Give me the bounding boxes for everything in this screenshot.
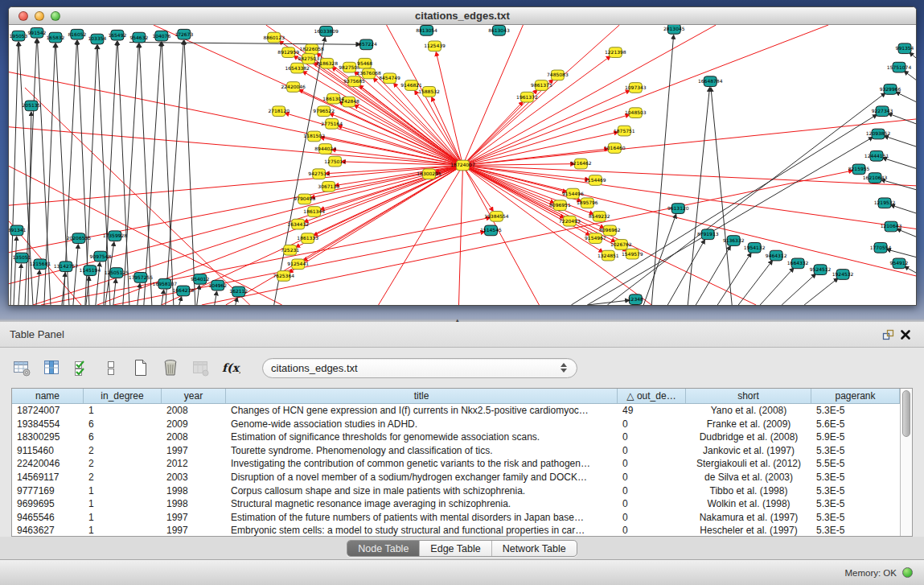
graph-node[interactable]: 12348 bbox=[628, 295, 643, 305]
graph-node[interactable]: 12444151 bbox=[864, 150, 889, 161]
table-row[interactable]: 969969511998Structural magnetic resonanc… bbox=[12, 497, 900, 511]
table-selector-dropdown[interactable]: citations_edges.txt bbox=[262, 358, 577, 378]
graph-node[interactable]: 16210643 bbox=[863, 173, 888, 183]
graph-node[interactable]: 8549232 bbox=[589, 212, 610, 222]
graph-node[interactable]: 9216462 bbox=[570, 159, 592, 169]
graph-node[interactable]: 1048503 bbox=[625, 108, 647, 118]
graph-node[interactable]: 104962 bbox=[208, 280, 227, 290]
graph-node[interactable]: 1275012 bbox=[324, 156, 346, 167]
table-row[interactable]: 911546021997Tourette syndrome. Phenomeno… bbox=[12, 444, 900, 458]
unselect-all-button[interactable] bbox=[101, 357, 121, 378]
table-row[interactable]: 2242004622012Investigating the contribut… bbox=[12, 457, 900, 471]
graph-node[interactable]: 725231 bbox=[281, 245, 299, 255]
float-panel-button[interactable] bbox=[879, 327, 897, 343]
graph-node[interactable]: 2813045 bbox=[663, 25, 685, 34]
graph-node[interactable]: 8096951 bbox=[549, 200, 571, 211]
function-builder-button[interactable]: f(x) bbox=[220, 357, 240, 378]
graph-node[interactable]: 1514545 bbox=[480, 225, 502, 236]
close-panel-button[interactable] bbox=[897, 327, 914, 343]
graph-node[interactable]: 95468 bbox=[357, 58, 372, 68]
table-row[interactable]: 1830029562008Estimation of significance … bbox=[12, 431, 900, 444]
tab-edge-table[interactable]: Edge Table bbox=[420, 541, 491, 556]
graph-node[interactable]: 1588532 bbox=[418, 87, 440, 97]
select-column-button[interactable] bbox=[41, 357, 62, 378]
select-all-button[interactable] bbox=[71, 357, 92, 378]
table-settings-button[interactable] bbox=[11, 357, 32, 378]
column-header-short[interactable]: short bbox=[686, 389, 811, 403]
column-header-name[interactable]: name bbox=[12, 389, 84, 403]
graph-node[interactable]: 1125439 bbox=[424, 41, 446, 51]
graph-node[interactable]: 1221398 bbox=[605, 47, 626, 58]
graph-node[interactable]: 15751074 bbox=[887, 62, 912, 72]
graph-node[interactable]: 16543382 bbox=[285, 63, 310, 73]
graph-node[interactable]: 991354 bbox=[896, 43, 914, 54]
graph-node[interactable]: 954632 bbox=[129, 32, 148, 43]
graph-node[interactable]: 8613043 bbox=[488, 25, 510, 35]
graph-node[interactable]: 1145194 bbox=[80, 266, 101, 276]
graph-node[interactable]: 816052 bbox=[68, 29, 87, 39]
graph-node[interactable]: 991542 bbox=[28, 27, 47, 38]
graph-node[interactable]: 7485083 bbox=[547, 70, 569, 80]
graph-node[interactable]: 17957255 bbox=[129, 273, 154, 283]
graph-node[interactable]: 1895796 bbox=[577, 198, 598, 208]
graph-node[interactable]: 20206535 bbox=[67, 233, 92, 244]
graph-node[interactable]: 1215681 bbox=[30, 259, 51, 270]
graph-node[interactable]: 391341 bbox=[9, 225, 27, 236]
graph-node[interactable]: 2718120 bbox=[268, 106, 290, 117]
graph-node[interactable]: 7625364 bbox=[273, 271, 294, 282]
graph-node[interactable]: 1154469 bbox=[585, 175, 606, 186]
graph-node[interactable]: 2775164 bbox=[321, 118, 343, 129]
graph-node[interactable]: 135051 bbox=[13, 253, 31, 263]
graph-node[interactable]: 103354 bbox=[88, 34, 106, 44]
graph-node[interactable]: 205135 bbox=[23, 101, 41, 111]
tab-node-table[interactable]: Node Table bbox=[347, 541, 420, 556]
graph-node[interactable]: 954012 bbox=[191, 274, 209, 284]
tab-network-table[interactable]: Network Table bbox=[492, 541, 577, 556]
column-header-year[interactable]: year bbox=[162, 389, 226, 403]
table-row[interactable]: 977716911998Corpus callosum shape and si… bbox=[12, 484, 900, 498]
graph-node[interactable]: 1016460 bbox=[604, 143, 626, 154]
table-row[interactable]: 1938455462009Genome-wide association stu… bbox=[12, 418, 900, 431]
graph-node[interactable]: 8813054 bbox=[416, 25, 437, 35]
delete-table-button[interactable] bbox=[190, 357, 211, 378]
panel-splitter[interactable]: ▴ bbox=[0, 319, 924, 322]
delete-rows-button[interactable] bbox=[160, 357, 181, 378]
graph-node[interactable]: 16958107 bbox=[153, 278, 178, 289]
graph-node[interactable]: 172673 bbox=[175, 29, 193, 39]
graph-node[interactable]: 165492 bbox=[108, 30, 126, 40]
graph-node[interactable]: 1324851 bbox=[598, 250, 619, 261]
graph-node[interactable]: 19384554 bbox=[484, 212, 509, 222]
graph-node[interactable]: 7857224 bbox=[355, 39, 377, 50]
table-row[interactable]: 946554611997Estimation of the future num… bbox=[12, 511, 900, 525]
table-row[interactable]: 1872400712008Changes of HCN gene express… bbox=[12, 404, 900, 418]
table-row[interactable]: 946362711997Embryonic stem cells: a mode… bbox=[12, 524, 900, 536]
table-scrollbar[interactable] bbox=[900, 389, 912, 536]
graph-node[interactable]: 1875751 bbox=[614, 126, 635, 136]
graph-node[interactable]: 9861375 bbox=[531, 80, 552, 91]
graph-node[interactable]: 195053 bbox=[10, 31, 28, 41]
graph-node[interactable]: 1861344 bbox=[303, 207, 325, 217]
graph-node[interactable]: 1664278 bbox=[172, 286, 194, 296]
graph-node[interactable]: 954912 bbox=[890, 258, 909, 269]
graph-node[interactable]: 8860123 bbox=[263, 32, 285, 43]
column-header-title[interactable]: title bbox=[226, 389, 618, 403]
graph-node[interactable]: 9790498 bbox=[294, 194, 315, 204]
column-header-pagerank[interactable]: pagerank bbox=[811, 389, 900, 403]
graph-node[interactable]: 9524512 bbox=[810, 265, 832, 275]
graph-node[interactable]: 1954132 bbox=[744, 243, 766, 253]
graph-node[interactable]: 9227343 bbox=[872, 106, 893, 117]
column-header-out-degree-sorted[interactable]: △ out_de… bbox=[618, 389, 686, 403]
graph-node[interactable]: 104076 bbox=[152, 31, 170, 41]
graph-node[interactable]: 1664332 bbox=[787, 258, 809, 269]
graph-node[interactable]: 16033809 bbox=[314, 26, 339, 36]
scrollbar-thumb[interactable] bbox=[902, 390, 910, 437]
graph-node[interactable]: 8944024 bbox=[314, 144, 336, 154]
table-row[interactable]: 1456911722003Disruption of a novel membe… bbox=[12, 471, 900, 484]
graph-node[interactable]: 8215955 bbox=[848, 164, 870, 175]
graph-node[interactable]: 9154967 bbox=[585, 233, 606, 244]
graph-node[interactable]: 18226058 bbox=[299, 44, 324, 55]
graph-node[interactable]: 9125441 bbox=[287, 259, 309, 270]
network-window-titlebar[interactable]: citations_edges.txt bbox=[9, 7, 916, 25]
graph-node[interactable]: 1770554 bbox=[870, 243, 892, 253]
graph-node[interactable]: 165832 bbox=[47, 32, 65, 43]
